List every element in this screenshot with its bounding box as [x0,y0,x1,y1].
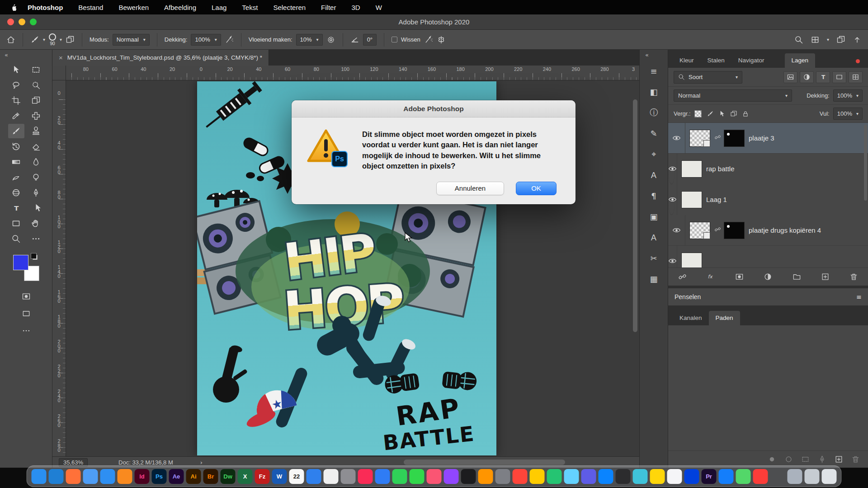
brush-tool[interactable] [8,124,24,138]
menu-bewerken[interactable]: Bewerken [111,0,156,14]
eyedropper-tool[interactable] [8,108,24,123]
menu-selecteren[interactable]: Selecteren [265,0,313,14]
dock-weather[interactable] [564,469,579,484]
layer-name[interactable]: plaatje drugs kopiëren 4 [749,226,821,234]
menu-laag[interactable]: Laag [204,0,234,14]
collapse-tools-chevron[interactable]: « [0,50,52,61]
type-tool[interactable] [8,201,24,215]
new-layer-button[interactable] [821,272,830,281]
move-tool[interactable] [8,62,24,77]
layer-row[interactable]: plaatje drugs kopiëren 4 [668,215,868,246]
search-icon[interactable] [794,35,803,44]
character-styles-panel-icon[interactable]: A [640,227,668,248]
new-adjustment-layer-button[interactable] [764,272,772,281]
dock-podcasts[interactable] [444,469,459,484]
tab-paden[interactable]: Paden [709,311,740,325]
arrange-documents-icon[interactable] [836,35,845,44]
blend-mode-dropdown[interactable]: Normaal▾ [674,89,792,102]
filter-pixel-layers-button[interactable] [783,71,797,83]
brush-panel-toggle[interactable] [66,35,75,44]
dock-preview[interactable] [341,469,356,484]
airbrush-opacity-icon[interactable] [225,35,234,44]
new-path-button[interactable] [835,455,843,464]
filter-shape-layers-button[interactable] [832,71,846,83]
dock-notes-white[interactable] [324,469,339,484]
smudge-tool[interactable] [8,170,24,184]
link-layers-button[interactable] [678,272,687,281]
dekking-dropdown[interactable]: 100%▾ [191,34,221,46]
pen-tool[interactable] [28,185,44,200]
lock-position-button[interactable] [717,110,727,117]
menu-filter[interactable]: Filter [313,0,344,14]
dock-facetime[interactable] [410,469,425,484]
home-screen-button[interactable] [6,35,15,44]
dock-trash[interactable] [822,469,837,484]
expand-panels-chevron[interactable]: « [640,50,668,61]
canvas-vertical-scrollbar[interactable] [633,99,637,332]
dock-messages[interactable] [392,469,407,484]
dock-filezilla[interactable]: Fz [255,469,270,484]
brush-settings-panel-icon[interactable]: ✎ [640,123,668,144]
lock-artboard-button[interactable] [729,110,739,117]
dock-downloads[interactable] [788,469,802,484]
layer-row[interactable]: plaatje 3 [668,123,868,154]
dock-music[interactable] [358,469,373,484]
history-brush-tool[interactable] [8,139,24,154]
gradient-tool[interactable] [8,155,24,169]
new-group-button[interactable] [793,272,801,281]
dock-app-orange[interactable] [118,469,132,484]
layer-styles-button[interactable] [707,272,715,281]
brush-size-picker[interactable]: 90 [49,33,56,46]
quick-mask-icon[interactable] [22,292,31,303]
dock-firefox[interactable] [66,469,81,484]
dock-reminders[interactable] [513,469,528,484]
wissen-checkbox[interactable] [392,37,397,42]
default-colors-icon[interactable] [33,255,38,260]
dock-safari[interactable] [49,469,64,484]
layer-name[interactable]: Laag 1 [706,196,727,203]
dock-app-blue2[interactable] [375,469,390,484]
dock-finder[interactable] [32,469,47,484]
dock-photoshop[interactable]: Ps [152,469,167,484]
delete-path-button[interactable] [851,455,860,464]
clone-stamp-tool[interactable] [28,124,44,138]
clone-source-panel-icon[interactable]: ⌖ [640,144,668,164]
marquee-tool[interactable] [28,62,44,77]
layer-visibility-eye-icon[interactable] [668,246,677,267]
delete-layer-button[interactable] [849,272,858,281]
menu-bestand[interactable]: Bestand [71,0,111,14]
tab-navigator[interactable]: Navigator [731,53,771,68]
layer-thumbnail[interactable] [689,130,710,147]
dock-indesign[interactable]: Id [135,469,150,484]
dock-separator[interactable] [770,469,785,484]
screen-mode-icon[interactable] [22,309,31,320]
ok-button[interactable]: OK [516,182,557,195]
dock-after-effects[interactable]: Ae [169,469,184,484]
dock-premiere[interactable]: Pr [702,469,717,484]
layer-fill-dropdown[interactable]: 100%▾ [833,108,863,120]
layer-mask-thumbnail[interactable] [724,222,745,239]
dock-bridge[interactable]: Br [203,469,218,484]
filter-type-layers-button[interactable] [816,71,830,83]
dock-chrome[interactable] [83,469,98,484]
edit-toolbar-button[interactable] [28,231,44,246]
penselen-panel-header[interactable]: Penselen ≡ [668,288,868,305]
dock-books[interactable] [478,469,493,484]
lock-all-button[interactable] [741,110,750,117]
tab-kleur[interactable]: Kleur [673,53,701,68]
layer-thumbnail[interactable] [681,253,702,268]
layer-list-scrollbar[interactable] [864,125,867,201]
dock-dreamweaver[interactable]: Dw [221,469,236,484]
hand-tool[interactable] [28,216,44,230]
dock-documents[interactable] [805,469,820,484]
fill-path-button[interactable] [768,455,776,464]
dodge-tool[interactable] [28,170,44,184]
dock-mail[interactable] [100,469,115,484]
dock-files[interactable] [599,469,613,484]
layer-row[interactable]: Laag 1 [668,184,675,215]
dock-stocks[interactable] [530,469,545,484]
path-as-selection-button[interactable] [801,455,810,464]
layer-visibility-eye-icon[interactable] [668,123,685,153]
canvas-horizontal-scrollbar[interactable] [209,460,633,465]
dock-app-blue3[interactable] [684,469,699,484]
